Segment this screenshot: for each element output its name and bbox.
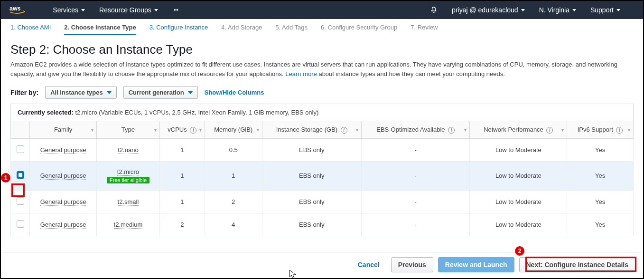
wizard-steps: 1. Choose AMI 2. Choose Instance Type 3.… [1,19,643,40]
cell-storage: EBS only [262,161,361,190]
col-network-performance[interactable]: Network Performance i▾ [470,121,567,139]
col-ebs-optimized[interactable]: EBS-Optimized Available i▾ [361,121,470,139]
nav-services[interactable]: Services [53,6,85,14]
info-icon[interactable]: i [546,127,553,134]
caret-down-icon [521,9,525,11]
cell-memory: 2 [205,190,262,213]
info-icon[interactable]: i [190,127,196,134]
info-icon[interactable]: i [341,127,347,134]
cell-type: t2.medium [114,221,143,229]
nav-account[interactable]: priyaj @ edurekacloud [452,6,525,14]
filter-generation-dropdown[interactable]: Current generation [123,86,198,99]
cell-family: General purpose [40,221,86,229]
nav-support[interactable]: Support [590,6,620,14]
cell-type: t2.micro [117,168,139,176]
mouse-cursor-icon [289,269,297,279]
caret-down-icon [188,91,193,94]
cell-storage: EBS only [262,213,361,236]
cell-ebs-optimized: - [361,161,470,190]
sort-icon: ▾ [628,127,630,132]
sort-icon: ▾ [356,127,358,132]
table-row[interactable]: General purposet2.medium24EBS only-Low t… [11,213,634,236]
table-row[interactable]: General purposet2.small12EBS only-Low to… [11,190,634,213]
filter-row: Filter by: All instance types Current ge… [10,86,634,99]
col-ipv6-support[interactable]: IPv6 Support i▾ [567,121,634,139]
review-and-launch-button[interactable]: Review and Launch [438,257,514,272]
previous-button[interactable]: Previous [391,257,433,272]
notifications-icon[interactable] [430,6,438,14]
sort-icon: ▾ [561,127,564,132]
col-storage-label: Instance Storage (GB) [276,126,337,133]
caret-down-icon [616,9,620,11]
cell-ipv6: Yes [567,190,634,213]
col-net-label: Network Performance [484,126,543,133]
col-family[interactable]: Family▾ [30,121,97,139]
cell-vcpus: 1 [159,161,205,190]
filter-instance-types-dropdown[interactable]: All instance types [45,86,117,99]
cell-network-performance: Low to Moderate [470,213,567,236]
nav-region-label: N. Virginia [539,6,569,14]
cell-vcpus: 2 [159,213,205,236]
annotation-marker-1: 1 [1,173,10,183]
row-checkbox[interactable] [17,145,24,153]
cell-ebs-optimized: - [361,213,470,236]
col-memory-label: Memory (GiB) [214,126,252,133]
cell-memory: 0.5 [205,138,262,161]
cell-vcpus: 1 [159,190,205,213]
step-add-storage[interactable]: 4. Add Storage [221,24,262,35]
step-add-tags[interactable]: 5. Add Tags [275,24,308,35]
nav-resource-groups[interactable]: Resource Groups [99,6,158,14]
cell-family: General purpose [40,198,86,206]
svg-text:aws: aws [9,5,21,12]
step-review[interactable]: 7. Review [411,24,438,35]
cell-family: General purpose [40,146,86,154]
row-checkbox[interactable] [17,171,24,179]
step-choose-ami[interactable]: 1. Choose AMI [10,24,51,35]
col-storage[interactable]: Instance Storage (GB) i▾ [262,121,361,139]
cancel-button[interactable]: Cancel [351,258,386,272]
cell-memory: 4 [205,213,262,236]
cell-type: t2.nano [118,146,138,154]
caret-down-icon [572,9,576,11]
sort-icon: ▾ [464,127,467,132]
caret-down-icon [154,9,158,11]
next-configure-instance-button[interactable]: Next: Configure Instance Details [519,257,636,272]
table-row[interactable]: General purposet2.microFree tier eligibl… [11,161,634,190]
nav-region[interactable]: N. Virginia [539,6,576,14]
row-checkbox[interactable] [17,220,24,228]
table-row[interactable]: General purposet2.nano10.5EBS only-Low t… [11,138,634,161]
col-vcpus[interactable]: vCPUs i▾ [159,121,205,139]
cell-storage: EBS only [262,138,361,161]
sort-icon: ▾ [199,127,202,132]
aws-top-nav: aws Services Resource Groups priyaj @ ed… [1,1,643,19]
step-security-group[interactable]: 6. Configure Security Group [321,24,397,35]
step-choose-instance-type[interactable]: 2. Choose Instance Type [64,24,136,35]
info-icon[interactable]: i [616,127,623,134]
sort-icon: ▾ [91,127,93,132]
filter-generation-label: Current generation [129,89,184,96]
wizard-footer: Cancel Previous Review and Launch Next: … [2,252,642,277]
free-tier-badge: Free tier eligible [107,177,149,183]
col-type[interactable]: Type▾ [97,121,160,139]
nav-support-label: Support [590,6,614,14]
aws-logo: aws [9,5,34,15]
currently-selected-text: t2.micro (Variable ECUs, 1 vCPUs, 2.5 GH… [74,109,319,116]
step-configure-instance[interactable]: 3. Configure Instance [149,24,208,35]
cell-ebs-optimized: - [361,138,470,161]
main-content: Step 2: Choose an Instance Type Amazon E… [1,40,643,259]
cell-network-performance: Low to Moderate [470,190,567,213]
cell-ipv6: Yes [567,161,634,190]
desc-text-b: about instance types and how they can me… [318,70,504,77]
col-memory[interactable]: Memory (GiB)▾ [205,121,262,139]
col-type-label: Type [121,126,135,133]
info-icon[interactable]: i [448,127,455,134]
row-checkbox[interactable] [17,197,24,205]
show-hide-columns-link[interactable]: Show/Hide Columns [205,89,264,96]
nav-resource-groups-label: Resource Groups [99,6,151,14]
cell-storage: EBS only [262,190,361,213]
cell-family: General purpose [40,172,86,180]
instance-type-table: Family▾ Type▾ vCPUs i▾ Memory (GiB)▾ Ins… [10,121,634,236]
caret-down-icon [81,9,85,11]
learn-more-link[interactable]: Learn more [285,70,317,77]
pin-icon[interactable] [170,5,181,15]
